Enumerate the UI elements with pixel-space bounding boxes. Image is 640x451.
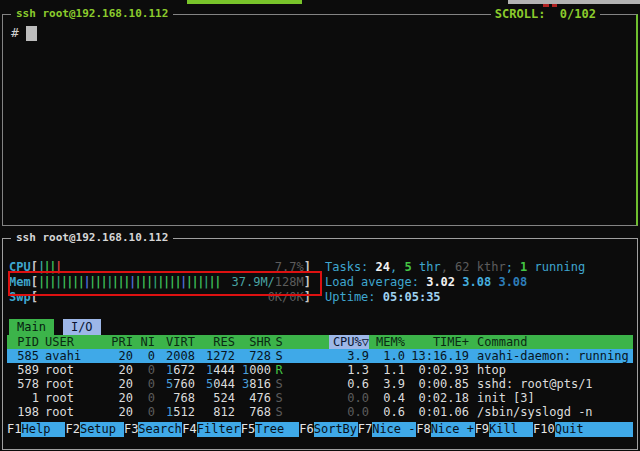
fkey-action-label: Nice -: [372, 422, 416, 437]
cell-mem: 1.0: [369, 349, 405, 363]
cell-cpu: 0.6: [329, 377, 369, 391]
top-edge-green-strip: [187, 0, 302, 4]
cell-user: root: [39, 391, 107, 405]
cell-virt: 768: [155, 391, 195, 405]
cell-time: 13:16.19: [405, 349, 469, 363]
fkey-action-label: SortBy: [314, 422, 358, 437]
cell-shr: 3816: [235, 377, 271, 391]
process-row[interactable]: 589root200167214441000R1.31.10:02.93htop: [7, 363, 633, 377]
cell-ni: 0: [133, 363, 155, 377]
top-terminal-pane[interactable]: ssh root@192.168.10.112 SCROLL: 0/102 #: [2, 14, 638, 226]
shell-prompt: #: [11, 25, 19, 40]
fkey-kill[interactable]: F9Kill: [475, 422, 533, 437]
fkey-number: F3: [124, 422, 138, 437]
fkey-help[interactable]: F1Help: [7, 422, 65, 437]
cell-ni: 0: [133, 391, 155, 405]
column-header-shr[interactable]: SHR: [235, 335, 271, 349]
column-header-cpu[interactable]: CPU%▽: [329, 335, 369, 349]
fkey-action-label: Tree: [255, 422, 299, 437]
process-row[interactable]: 578root200576050443816S0.63.90:00.85sshd…: [7, 377, 633, 391]
scroll-indicator: SCROLL: 0/102: [491, 7, 600, 21]
cell-gap: [287, 405, 329, 419]
cell-cpu: 1.3: [329, 363, 369, 377]
cell-mem: 0.4: [369, 391, 405, 405]
cell-s: S: [271, 405, 287, 419]
top-pane-title: ssh root@192.168.10.112: [11, 7, 173, 20]
fkey-nice-[interactable]: F7Nice -: [358, 422, 416, 437]
fkey-number: F7: [358, 422, 372, 437]
fkey-number: F9: [475, 422, 489, 437]
shell-prompt-line: #: [11, 25, 37, 41]
fkey-number: F8: [416, 422, 430, 437]
cell-virt: 2008: [155, 349, 195, 363]
bottom-terminal-pane[interactable]: ssh root@192.168.10.112 CPU[||||7.7%]Mem…: [2, 238, 638, 450]
cell-pid: 578: [7, 377, 39, 391]
process-table-header: PIDUSERPRINIVIRTRESSHRSCPU%▽MEM%TIME+Com…: [7, 335, 633, 349]
cell-gap: [287, 349, 329, 363]
fkey-filter[interactable]: F4Filter: [182, 422, 240, 437]
cell-cmd: sshd: root@pts/1: [469, 377, 633, 391]
cell-cpu: 0.0: [329, 391, 369, 405]
column-header-pid[interactable]: PID: [7, 335, 39, 349]
cell-cmd: /sbin/syslogd -n: [469, 405, 633, 419]
tab-main[interactable]: Main: [9, 319, 54, 335]
column-header-mem[interactable]: MEM%: [369, 335, 405, 349]
column-header-time[interactable]: TIME+: [405, 335, 469, 349]
cell-pri: 20: [107, 377, 133, 391]
cell-ni: 0: [133, 349, 155, 363]
cell-pid: 585: [7, 349, 39, 363]
cell-s: S: [271, 391, 287, 405]
cell-cmd: init [3]: [469, 391, 633, 405]
cell-time: 0:01.06: [405, 405, 469, 419]
terminal-cursor: [26, 26, 37, 41]
process-row[interactable]: 1root200768524476S0.00.40:02.18init [3]: [7, 391, 633, 405]
htop-info-column: Tasks: 24, 5 thr, 62 kthr; 1 runningLoad…: [311, 260, 633, 305]
fkey-sortby[interactable]: F6SortBy: [299, 422, 357, 437]
cell-s: S: [271, 349, 287, 363]
cell-virt: 1512: [155, 405, 195, 419]
tasks-line: Tasks: 24, 5 thr, 62 kthr; 1 running: [325, 260, 633, 275]
fkey-nice-[interactable]: F8Nice +: [416, 422, 474, 437]
cell-shr: 1000: [235, 363, 271, 377]
cell-user: root: [39, 405, 107, 419]
fkey-action-label: Kill: [489, 422, 533, 437]
cell-user: root: [39, 377, 107, 391]
fkey-number: F10: [533, 422, 555, 437]
cell-shr: 728: [235, 349, 271, 363]
cell-mem: 0.6: [369, 405, 405, 419]
annotation-mem-highlight-box: [8, 271, 322, 296]
fkey-search[interactable]: F3Search: [124, 422, 182, 437]
cell-gap: [287, 363, 329, 377]
column-header-user[interactable]: USER: [39, 335, 107, 349]
cell-mem: 1.1: [369, 363, 405, 377]
fkey-action-label: Setup: [80, 422, 124, 437]
cell-pid: 198: [7, 405, 39, 419]
fkey-setup[interactable]: F2Setup: [65, 422, 123, 437]
process-table-body: 585avahi20020081272728S3.91.013:16.19ava…: [7, 349, 633, 419]
fkey-action-label: Quit: [555, 422, 633, 437]
column-header-cmd[interactable]: Command: [469, 335, 633, 349]
cell-res: 1272: [195, 349, 235, 363]
process-row[interactable]: 198root2001512812768S0.00.60:01.06/sbin/…: [7, 405, 633, 419]
fkey-tree[interactable]: F5Tree: [241, 422, 299, 437]
column-header-res[interactable]: RES: [195, 335, 235, 349]
fkey-number: F5: [241, 422, 255, 437]
cell-user: avahi: [39, 349, 107, 363]
column-header-virt[interactable]: VIRT: [155, 335, 195, 349]
cell-ni: 0: [133, 377, 155, 391]
column-header-ni[interactable]: NI: [133, 335, 155, 349]
fkey-number: F2: [65, 422, 79, 437]
cell-time: 0:02.18: [405, 391, 469, 405]
fkey-action-label: Filter: [197, 422, 241, 437]
cell-virt: 1672: [155, 363, 195, 377]
cell-pri: 20: [107, 363, 133, 377]
cell-virt: 5760: [155, 377, 195, 391]
process-row[interactable]: 585avahi20020081272728S3.91.013:16.19ava…: [7, 349, 633, 363]
cell-pid: 1: [7, 391, 39, 405]
cell-pri: 20: [107, 405, 133, 419]
fkey-quit[interactable]: F10Quit: [533, 422, 633, 437]
fkey-number: F6: [299, 422, 313, 437]
column-header-s[interactable]: S: [271, 335, 287, 349]
tab-i-o[interactable]: I/O: [63, 319, 101, 335]
column-header-pri[interactable]: PRI: [107, 335, 133, 349]
